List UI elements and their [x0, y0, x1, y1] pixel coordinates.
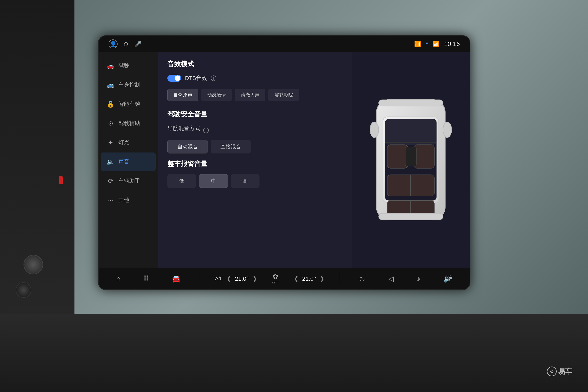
temp-left-display: 21.0°	[234, 276, 250, 282]
watermark: ⊙ 易车	[547, 366, 572, 376]
sidebar-item-lock-label: 智能车锁	[118, 100, 140, 108]
temp-right-display: 21.0°	[301, 276, 317, 282]
assist-icon: ⊙	[106, 120, 114, 127]
sound-mode-buttons: 自然原声 动感激情 清澈人声 震撼影院	[168, 89, 342, 101]
apps-icon: ⠿	[144, 274, 148, 283]
level-mid[interactable]: 中	[199, 174, 228, 188]
nav-mix-options: 自动混音 直接混音	[168, 140, 342, 154]
seat-heat-icon: ♨	[359, 274, 365, 283]
location-icon: ⊙	[124, 40, 128, 48]
temp-right-decrease-btn[interactable]: ❮	[294, 276, 298, 282]
other-icon: ···	[106, 196, 114, 204]
mode-btn-dynamic[interactable]: 动感激情	[201, 89, 232, 101]
lock-icon: 🔒	[106, 100, 114, 108]
status-left-icons: 👤 ⊙ 🎤	[108, 40, 142, 48]
sidebar-item-smart-lock[interactable]: 🔒 智能车锁	[101, 95, 156, 113]
svg-rect-14	[379, 100, 443, 106]
mode-btn-clear[interactable]: 清澈人声	[235, 89, 266, 101]
sidebar-item-lights-label: 灯光	[118, 139, 129, 146]
temp-left-decrease-btn[interactable]: ❮	[226, 276, 231, 282]
nav-mix-info-icon[interactable]: i	[203, 128, 209, 133]
nav-home[interactable]: ⌂	[112, 273, 124, 285]
lights-icon: ✦	[106, 139, 114, 146]
car-top-view-svg	[362, 91, 460, 228]
nav-volume[interactable]: 🔊	[440, 273, 456, 285]
car-interior: 👤 ⊙ 🎤 📶 * 📶 10:16 🚗	[0, 0, 588, 392]
dts-row: DTS音效 i	[168, 74, 342, 82]
control-knob-2[interactable]	[16, 282, 31, 298]
vehicle-assist-icon: ⟳	[106, 177, 114, 185]
mode-btn-natural[interactable]: 自然原声	[168, 89, 198, 101]
svg-rect-15	[379, 213, 443, 220]
svg-rect-7	[405, 147, 416, 166]
main-content-area: 🚗 驾驶 🚙 车身控制 🔒 智能车锁 ⊙ 驾驶辅助 ✦ 灯光	[99, 52, 470, 268]
sidebar: 🚗 驾驶 🚙 车身控制 🔒 智能车锁 ⊙ 驾驶辅助 ✦ 灯光	[99, 52, 158, 268]
alert-level-buttons: 低 中 高	[168, 174, 342, 188]
toggle-knob	[175, 76, 180, 81]
content-panel: 音效模式 DTS音效 i 自然原声 动感激情 清澈人声 震撼影院 驾驶安全音量	[158, 52, 352, 268]
nav-apps[interactable]: ⠿	[140, 273, 152, 285]
sidebar-item-sound-label: 声音	[118, 158, 129, 166]
sidebar-item-body-control[interactable]: 🚙 车身控制	[101, 76, 156, 94]
sidebar-item-other[interactable]: ··· 其他	[101, 191, 156, 209]
sidebar-item-other-label: 其他	[118, 196, 129, 204]
level-low[interactable]: 低	[168, 174, 196, 188]
wifi-icon: 📶	[414, 41, 421, 47]
svg-rect-5	[387, 145, 408, 168]
bluetooth-icon: *	[426, 41, 428, 47]
temp-left-increase-btn[interactable]: ❯	[253, 276, 257, 282]
nav-music[interactable]: ♪	[413, 273, 424, 285]
temp-right-increase-btn[interactable]: ❯	[320, 276, 324, 282]
driving-safety-title: 驾驶安全音量	[168, 110, 342, 119]
watermark-circle: ⊙	[547, 366, 557, 376]
nav-mix-auto[interactable]: 自动混音	[168, 140, 208, 154]
sidebar-item-driving[interactable]: 🚗 驾驶	[101, 56, 156, 75]
sound-icon: 🔈	[106, 158, 114, 166]
nav-navigation[interactable]: ◁	[384, 273, 398, 285]
time-display: 10:16	[444, 40, 460, 48]
nav-mix-label: 导航混音方式	[168, 125, 200, 132]
sidebar-item-sound[interactable]: 🔈 声音	[101, 152, 156, 171]
signal-icon: 📶	[433, 41, 439, 47]
sidebar-item-driving-assist[interactable]: ⊙ 驾驶辅助	[101, 114, 156, 132]
dts-label: DTS音效	[185, 74, 207, 82]
svg-point-12	[370, 122, 379, 138]
level-high[interactable]: 高	[231, 174, 260, 188]
nav-mix-direct[interactable]: 直接混音	[211, 140, 251, 154]
sidebar-item-lights[interactable]: ✦ 灯光	[101, 133, 156, 152]
microphone-icon: 🎤	[134, 40, 142, 48]
svg-rect-3	[385, 119, 437, 145]
ac-label: A/C	[215, 276, 224, 282]
nav-car[interactable]: 🚘	[168, 273, 184, 285]
nav-mix-label-row: 导航混音方式 i	[168, 125, 342, 136]
nav-ac-right-group: ❮ 21.0° ❯	[294, 276, 324, 282]
status-bar: 👤 ⊙ 🎤 📶 * 📶 10:16	[99, 36, 470, 52]
navigation-icon: ◁	[388, 274, 394, 283]
sound-effect-title: 音效模式	[168, 60, 342, 68]
music-icon: ♪	[417, 274, 420, 283]
sidebar-item-body-label: 车身控制	[118, 81, 140, 88]
watermark-text: 易车	[558, 367, 572, 376]
dts-info-icon[interactable]: i	[211, 76, 216, 81]
car-icon: 🚘	[172, 274, 180, 283]
vehicle-alert-title: 整车报警音量	[168, 159, 342, 168]
dts-toggle[interactable]	[168, 75, 181, 82]
control-knob-1[interactable]	[24, 255, 43, 274]
mode-btn-cinema[interactable]: 震撼影院	[268, 89, 299, 101]
bottom-nav-bar: ⌂ ⠿ 🚘 A/C ❮ 21.0° ❯ ✿ OFF ❮ 21.0°	[99, 268, 470, 289]
home-icon: ⌂	[116, 274, 120, 283]
red-indicator	[59, 176, 63, 184]
svg-rect-6	[414, 145, 434, 168]
fan-icon: ✿	[272, 272, 278, 281]
car-visualization-panel	[352, 52, 470, 268]
sidebar-item-vehicle-label: 车辆助手	[118, 177, 140, 185]
fan-label: OFF	[272, 281, 278, 285]
sidebar-item-vehicle-assist[interactable]: ⟳ 车辆助手	[101, 172, 156, 190]
status-right-icons: 📶 * 📶 10:16	[414, 40, 460, 48]
driving-icon: 🚗	[106, 62, 114, 70]
nav-seat-heat[interactable]: ♨	[355, 273, 369, 285]
sidebar-item-assist-label: 驾驶辅助	[118, 120, 140, 127]
nav-ac-left-group: A/C ❮ 21.0° ❯	[215, 276, 257, 282]
main-screen: 👤 ⊙ 🎤 📶 * 📶 10:16 🚗	[98, 35, 470, 290]
nav-fan[interactable]: ✿ OFF	[272, 272, 278, 285]
